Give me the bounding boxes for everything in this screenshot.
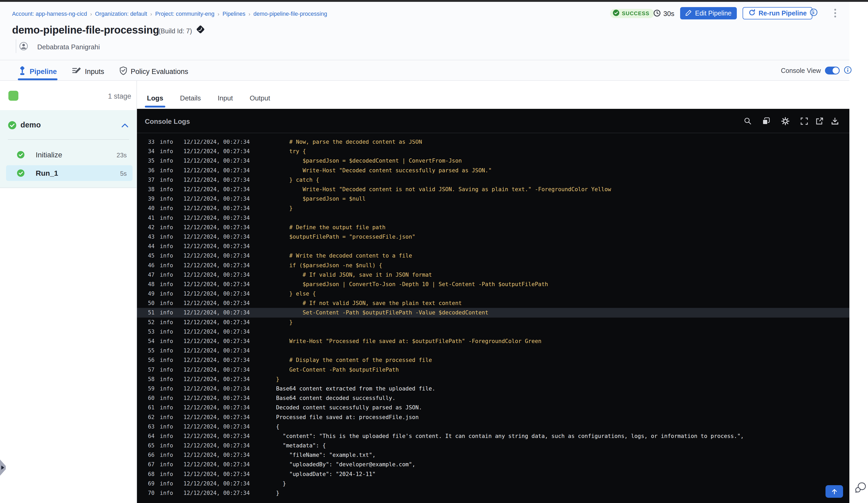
execution-info-icon[interactable] [810, 8, 818, 17]
log-line-number: 49 [147, 291, 155, 297]
tab-inputs[interactable]: Inputs [72, 63, 104, 80]
log-row[interactable]: 64info12/12/2024, 00:27:34 "content": "T… [137, 431, 849, 441]
log-row[interactable]: 51info12/12/2024, 00:27:34 Set-Content -… [137, 308, 849, 317]
open-in-new-icon[interactable] [815, 117, 824, 126]
breadcrumb-link[interactable]: demo-pipeline-file-processing [254, 11, 327, 17]
log-tab-logs[interactable]: Logs [147, 88, 163, 107]
log-row[interactable]: 61info12/12/2024, 00:27:34Decoded conten… [137, 403, 849, 412]
download-icon[interactable] [830, 117, 839, 126]
log-message: Base64 content decoded successfully. [276, 395, 395, 401]
log-row[interactable]: 42info12/12/2024, 00:27:34 # Define the … [137, 223, 849, 232]
log-timestamp: 12/12/2024, 00:27:34 [183, 414, 250, 420]
stage-row-demo[interactable]: demo [0, 117, 136, 133]
log-row[interactable]: 62info12/12/2024, 00:27:34Processed file… [137, 412, 849, 422]
step-row-initialize[interactable]: Initialize23s [6, 147, 133, 163]
log-row[interactable]: 47info12/12/2024, 00:27:34 # If valid JS… [137, 270, 849, 280]
copy-icon[interactable] [762, 117, 771, 126]
breadcrumb-link[interactable]: Pipelines [223, 11, 245, 17]
log-row[interactable]: 55info12/12/2024, 00:27:34 [137, 346, 849, 355]
breadcrumb-link[interactable]: Project: community-eng [155, 11, 214, 17]
tab-policy-evaluations[interactable]: Policy Evaluations [120, 63, 188, 80]
duration-value: 30s [663, 10, 674, 18]
pencil-icon [685, 9, 692, 18]
chevron-up-icon[interactable] [121, 123, 128, 129]
console-view-info-icon[interactable] [844, 66, 852, 75]
log-level: info [160, 328, 174, 335]
log-timestamp: 12/12/2024, 00:27:34 [183, 148, 250, 155]
log-row[interactable]: 37info12/12/2024, 00:27:34 } catch { [137, 175, 849, 185]
more-options-menu[interactable] [832, 8, 838, 19]
log-row[interactable]: 38info12/12/2024, 00:27:34 Write-Host "D… [137, 185, 849, 194]
log-row[interactable]: 35info12/12/2024, 00:27:34 $parsedJson =… [137, 156, 849, 166]
log-tab-output[interactable]: Output [249, 88, 270, 107]
log-message: try { [276, 148, 306, 155]
breadcrumb-link[interactable]: Organization: default [95, 11, 147, 17]
log-row[interactable]: 45info12/12/2024, 00:27:34 # Write the d… [137, 251, 849, 260]
log-message: Write-Host "Decoded content successfully… [276, 167, 492, 174]
log-row[interactable]: 48info12/12/2024, 00:27:34 $parsedJson |… [137, 280, 849, 289]
settings-icon[interactable] [781, 117, 790, 126]
log-message: $parsedJson = $decodedContent | ConvertF… [276, 158, 462, 164]
log-row[interactable]: 56info12/12/2024, 00:27:34 # Display the… [137, 355, 849, 365]
scroll-to-top-button[interactable] [826, 485, 843, 498]
log-row[interactable]: 57info12/12/2024, 00:27:34 Get-Content -… [137, 365, 849, 375]
log-row[interactable]: 70info12/12/2024, 00:27:34} [137, 488, 849, 498]
log-level: info [160, 224, 174, 231]
log-row[interactable]: 36info12/12/2024, 00:27:34 Write-Host "D… [137, 166, 849, 175]
log-row[interactable]: 66info12/12/2024, 00:27:34 "fileName": "… [137, 450, 849, 460]
log-row[interactable]: 63info12/12/2024, 00:27:34{ [137, 422, 849, 431]
log-timestamp: 12/12/2024, 00:27:34 [183, 376, 250, 383]
log-row[interactable]: 69info12/12/2024, 00:27:34 } [137, 479, 849, 488]
log-message: } [276, 490, 279, 496]
log-line-number: 66 [147, 452, 155, 458]
log-message: if ($parsedJson -ne $null) { [276, 262, 382, 269]
breadcrumb-link[interactable]: Account: app-harness-ng-cicd [12, 11, 87, 17]
log-row[interactable]: 34info12/12/2024, 00:27:34 try { [137, 147, 849, 156]
search-icon[interactable] [743, 117, 752, 126]
log-row[interactable]: 59info12/12/2024, 00:27:34Base64 content… [137, 384, 849, 394]
log-viewport: 33info12/12/2024, 00:27:34 # Now, parse … [137, 140, 849, 503]
log-row[interactable]: 43info12/12/2024, 00:27:34 $outputFilePa… [137, 232, 849, 242]
log-row[interactable]: 40info12/12/2024, 00:27:34 } [137, 203, 849, 213]
log-level: info [160, 272, 174, 278]
harness-pipeline-execution-page: Account: app-harness-ng-cicd›Organizatio… [0, 0, 868, 503]
log-timestamp: 12/12/2024, 00:27:34 [183, 291, 250, 297]
log-line-number: 34 [147, 148, 155, 155]
log-level: info [160, 300, 174, 306]
console-view-toggle[interactable] [825, 66, 840, 74]
rerun-pipeline-button[interactable]: Re-run Pipeline [743, 7, 813, 19]
log-row[interactable]: 44info12/12/2024, 00:27:34 [137, 242, 849, 251]
log-message: Base64 content extracted from the upload… [276, 386, 435, 392]
log-row[interactable]: 41info12/12/2024, 00:27:34 [137, 213, 849, 223]
log-tab-input[interactable]: Input [218, 88, 233, 107]
log-line-number: 54 [147, 338, 155, 344]
log-row[interactable]: 58info12/12/2024, 00:27:34} [137, 375, 849, 384]
step-duration: 5s [120, 170, 127, 177]
log-row[interactable]: 54info12/12/2024, 00:27:34 Write-Host "P… [137, 336, 849, 346]
log-level: info [160, 423, 174, 430]
log-row[interactable]: 52info12/12/2024, 00:27:34 } [137, 317, 849, 327]
log-row[interactable]: 65info12/12/2024, 00:27:34 "metadata": { [137, 441, 849, 450]
stage-divider [8, 139, 129, 140]
tab-pipeline[interactable]: Pipeline [18, 63, 57, 80]
log-row[interactable]: 46info12/12/2024, 00:27:34 if ($parsedJs… [137, 260, 849, 270]
log-row[interactable]: 68info12/12/2024, 00:27:34 "uploadDate":… [137, 469, 849, 479]
log-timestamp: 12/12/2024, 00:27:34 [183, 471, 250, 477]
log-row[interactable]: 50info12/12/2024, 00:27:34 # If not vali… [137, 298, 849, 308]
step-row-run_1[interactable]: Run_15s [6, 165, 133, 181]
log-tab-details[interactable]: Details [180, 88, 201, 107]
help-chat-icon[interactable] [854, 482, 867, 495]
log-timestamp: 12/12/2024, 00:27:34 [183, 452, 250, 458]
edit-pipeline-button[interactable]: Edit Pipeline [680, 7, 737, 19]
log-timestamp: 12/12/2024, 00:27:34 [183, 205, 250, 211]
log-row[interactable]: 53info12/12/2024, 00:27:34 [137, 327, 849, 336]
log-row[interactable]: 33info12/12/2024, 00:27:34 # Now, parse … [137, 140, 849, 147]
console-title: Console Logs [145, 117, 190, 126]
fullscreen-icon[interactable] [800, 117, 809, 126]
log-row[interactable]: 67info12/12/2024, 00:27:34 "uploadedBy":… [137, 460, 849, 469]
log-timestamp: 12/12/2024, 00:27:34 [183, 480, 250, 487]
log-row[interactable]: 49info12/12/2024, 00:27:34 } else { [137, 289, 849, 298]
log-row[interactable]: 60info12/12/2024, 00:27:34Base64 content… [137, 394, 849, 403]
console-header-divider [137, 133, 849, 133]
log-row[interactable]: 39info12/12/2024, 00:27:34 $parsedJson =… [137, 194, 849, 203]
